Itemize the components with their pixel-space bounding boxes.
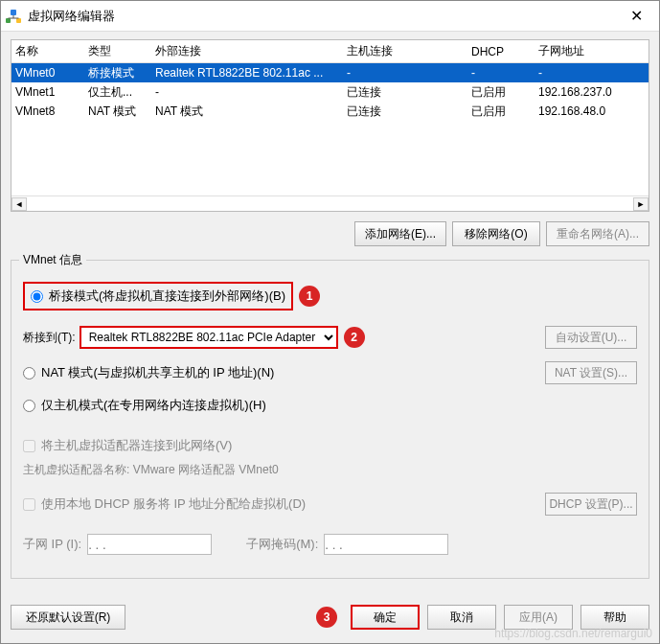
dhcp-settings-button: DHCP 设置(P)... — [545, 493, 637, 516]
bridge-radio-label[interactable]: 桥接模式(将虚拟机直接连接到外部网络)(B) — [23, 282, 293, 310]
network-grid: 名称 类型 外部连接 主机连接 DHCP 子网地址 VMnet0 桥接模式 Re… — [11, 39, 649, 212]
nat-radio[interactable] — [23, 367, 35, 380]
bridge-adapter-select[interactable]: Realtek RTL8822BE 802.11ac PCIe Adapter — [80, 326, 338, 349]
titlebar: 虚拟网络编辑器 ✕ — [1, 1, 659, 32]
dialog-footer: 还原默认设置(R) 3 确定 取消 应用(A) 帮助 — [1, 591, 659, 643]
dialog-window: 虚拟网络编辑器 ✕ 名称 类型 外部连接 主机连接 DHCP 子网地址 VMne… — [0, 0, 660, 644]
rename-network-button: 重命名网络(A)... — [546, 221, 649, 246]
connect-host-checkbox-label: 将主机虚拟适配器连接到此网络(V) — [23, 437, 637, 454]
hostonly-radio-label[interactable]: 仅主机模式(在专用网络内连接虚拟机)(H) — [23, 397, 637, 414]
app-icon — [5, 8, 22, 25]
remove-network-button[interactable]: 移除网络(O) — [452, 221, 540, 246]
hostonly-radio[interactable] — [23, 400, 35, 412]
use-dhcp-checkbox — [23, 498, 35, 511]
subnet-mask-input — [324, 534, 448, 555]
dialog-body: 名称 类型 外部连接 主机连接 DHCP 子网地址 VMnet0 桥接模式 Re… — [1, 32, 659, 591]
vmnet-info-group: VMnet 信息 桥接模式(将虚拟机直接连接到外部网络)(B) 1 桥接到(T)… — [11, 260, 649, 579]
scroll-right-button[interactable]: ► — [633, 197, 649, 211]
svg-rect-1 — [6, 18, 11, 23]
adapter-name-text: 主机虚拟适配器名称: VMware 网络适配器 VMnet0 — [23, 462, 637, 478]
dhcp-row: 使用本地 DHCP 服务将 IP 地址分配给虚拟机(D) DHCP 设置(P).… — [23, 488, 637, 520]
col-type[interactable]: 类型 — [88, 43, 155, 59]
grid-body: VMnet0 桥接模式 Realtek RTL8822BE 802.11ac .… — [11, 63, 649, 196]
col-name[interactable]: 名称 — [11, 43, 88, 59]
restore-defaults-button[interactable]: 还原默认设置(R) — [11, 605, 125, 630]
apply-button: 应用(A) — [504, 605, 573, 630]
nat-radio-label[interactable]: NAT 模式(与虚拟机共享主机的 IP 地址)(N) — [23, 364, 274, 381]
svg-rect-2 — [16, 18, 21, 23]
network-actions: 添加网络(E)... 移除网络(O) 重命名网络(A)... — [11, 221, 649, 246]
marker-1: 1 — [299, 286, 320, 307]
use-dhcp-checkbox-label: 使用本地 DHCP 服务将 IP 地址分配给虚拟机(D) — [23, 495, 306, 513]
grid-row[interactable]: VMnet1 仅主机... - 已连接 已启用 192.168.237.0 — [11, 82, 649, 102]
grid-header: 名称 类型 外部连接 主机连接 DHCP 子网地址 — [11, 40, 649, 63]
col-subnet[interactable]: 子网地址 — [538, 43, 649, 59]
marker-2: 2 — [344, 327, 365, 348]
subnet-ip-label: 子网 IP (I): — [23, 536, 81, 553]
subnet-fields: 子网 IP (I): 子网掩码(M): — [23, 534, 637, 555]
connect-host-checkbox — [23, 440, 35, 452]
scroll-left-button[interactable]: ◄ — [11, 197, 27, 211]
bridge-row: 桥接模式(将虚拟机直接连接到外部网络)(B) 1 — [23, 274, 637, 318]
group-title: VMnet 信息 — [19, 252, 86, 268]
col-host[interactable]: 主机连接 — [347, 43, 471, 59]
col-ext[interactable]: 外部连接 — [155, 43, 347, 59]
grid-scrollbar: ◄ ► — [11, 196, 649, 211]
nat-settings-button: NAT 设置(S)... — [545, 361, 637, 384]
subnet-mask-label: 子网掩码(M): — [246, 536, 318, 553]
grid-row[interactable]: VMnet8 NAT 模式 NAT 模式 已连接 已启用 192.168.48.… — [11, 102, 649, 121]
auto-settings-button: 自动设置(U)... — [545, 326, 637, 349]
bridge-to-row: 桥接到(T): Realtek RTL8822BE 802.11ac PCIe … — [23, 326, 637, 349]
subnet-ip-input — [87, 534, 212, 555]
close-button[interactable]: ✕ — [617, 7, 655, 25]
grid-row[interactable]: VMnet0 桥接模式 Realtek RTL8822BE 802.11ac .… — [11, 63, 649, 82]
ok-button[interactable]: 确定 — [351, 605, 420, 630]
bridge-to-label: 桥接到(T): — [23, 330, 76, 346]
col-dhcp[interactable]: DHCP — [471, 45, 538, 58]
cancel-button[interactable]: 取消 — [427, 605, 496, 630]
add-network-button[interactable]: 添加网络(E)... — [354, 221, 446, 246]
help-button[interactable]: 帮助 — [580, 605, 649, 630]
svg-rect-0 — [11, 10, 16, 15]
marker-3: 3 — [316, 607, 337, 628]
window-title: 虚拟网络编辑器 — [28, 8, 617, 25]
bridge-radio[interactable] — [31, 290, 43, 303]
nat-row: NAT 模式(与虚拟机共享主机的 IP 地址)(N) NAT 设置(S)... — [23, 356, 637, 389]
